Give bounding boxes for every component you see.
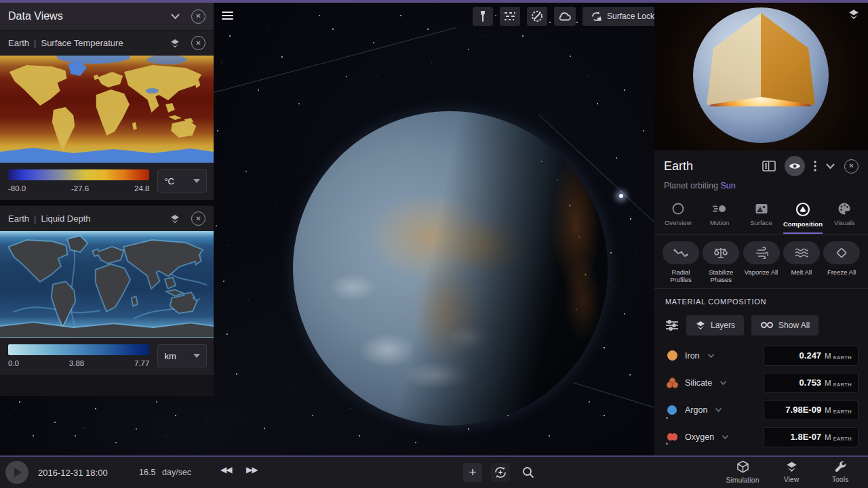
argon-icon	[665, 405, 679, 415]
oxygen-icon	[665, 433, 679, 441]
close-object-panel-button[interactable]: ✕	[844, 159, 859, 174]
data-views-title: Data Views	[8, 10, 170, 22]
add-object-button[interactable]: +	[463, 463, 482, 482]
layers-icon[interactable]	[170, 214, 180, 224]
earth-planet-3d[interactable]	[293, 111, 608, 426]
simulation-datetime[interactable]: 2016-12-31 18:00	[38, 468, 108, 478]
object-subtitle: Planet orbiting Sun	[654, 176, 868, 197]
liquid-depth-map	[0, 231, 214, 338]
play-icon	[14, 468, 22, 477]
iron-icon	[665, 350, 679, 361]
bottom-center-tools: +	[463, 463, 538, 482]
flashlight-icon	[477, 10, 488, 22]
layers-icon[interactable]	[170, 38, 180, 49]
properties-panel-button[interactable]	[762, 161, 776, 171]
simulation-menu-button[interactable]: Simulation	[722, 460, 764, 484]
layers-icon	[785, 460, 798, 473]
material-row-iron: Iron 0.247 MEARTH	[665, 342, 859, 369]
window-accent-stripe	[0, 0, 868, 3]
trails-tool-button[interactable]	[500, 7, 520, 26]
scale-balance-icon	[714, 247, 728, 259]
tab-surface[interactable]: Surface	[741, 198, 782, 234]
surface-lock-button[interactable]: Surface Lock	[583, 7, 663, 26]
parent-body-link[interactable]: Sun	[720, 181, 735, 190]
filter-sliders-button[interactable]	[665, 319, 679, 331]
search-icon	[522, 466, 534, 479]
vaporize-all-button[interactable]: Vaporize All	[742, 241, 781, 284]
melt-all-button[interactable]: Melt All	[782, 241, 821, 284]
chevron-down-icon[interactable]	[170, 13, 180, 20]
surface-temperature-view-header: Earth|Surface Temperature ✕	[0, 30, 214, 56]
reset-view-button[interactable]	[491, 463, 510, 482]
scale-min: 0.0	[8, 359, 19, 367]
scale-max: 24.8	[134, 184, 149, 192]
object-title: Earth	[664, 159, 753, 174]
overview-icon	[671, 202, 685, 216]
layers-icon	[695, 320, 706, 331]
planet-interior-view[interactable]	[654, 3, 868, 150]
scale-mid: -27.6	[71, 184, 89, 192]
temperature-gradient-bar	[8, 169, 149, 180]
infinity-icon	[760, 321, 774, 329]
trails-icon	[504, 11, 516, 22]
time-speed-value[interactable]: 16.5	[139, 468, 155, 477]
hamburger-menu-icon[interactable]	[222, 12, 233, 20]
visibility-button[interactable]	[785, 156, 805, 176]
temperature-scale: -80.0 -27.6 24.8 °C	[0, 163, 214, 200]
iron-mass-field[interactable]: 0.247 MEARTH	[764, 346, 859, 366]
search-button[interactable]	[519, 463, 538, 482]
composition-actions: Radial Profiles Stabilize Phases Vaporiz…	[654, 235, 868, 289]
viewport-toolbar: Surface Lock	[473, 7, 663, 26]
depth-unit-dropdown[interactable]: km	[157, 344, 207, 367]
view-title: Earth|Surface Temperature	[8, 38, 170, 48]
temperature-unit-dropdown[interactable]: °C	[157, 169, 207, 192]
chevron-down-icon[interactable]	[825, 163, 835, 169]
interior-layers-button[interactable]	[848, 8, 860, 20]
show-all-button[interactable]: Show All	[751, 315, 818, 336]
eye-icon	[789, 162, 801, 170]
orbit-overlay-tool-button[interactable]	[527, 7, 547, 26]
time-control-bar: 2016-12-31 18:00 16.5 day/sec ◀◀ ▶▶ + Si…	[0, 455, 868, 488]
oxygen-mass-field[interactable]: 1.8E-07 MEARTH	[764, 427, 859, 447]
chevron-down-icon[interactable]	[719, 380, 727, 386]
close-view-button[interactable]: ✕	[191, 36, 205, 50]
vapor-icon	[755, 247, 768, 259]
radial-profiles-icon	[673, 247, 688, 258]
tab-composition[interactable]: Composition	[782, 198, 823, 234]
panel-divider	[0, 200, 214, 205]
silicate-mass-field[interactable]: 0.753 MEARTH	[764, 373, 859, 393]
close-view-button[interactable]: ✕	[191, 211, 205, 226]
layers-toggle-button[interactable]: Layers	[686, 315, 744, 336]
tab-visuals[interactable]: Visuals	[824, 198, 865, 234]
silicate-icon	[665, 377, 679, 389]
sliders-icon	[665, 319, 679, 331]
clouds-tool-button[interactable]	[554, 7, 576, 26]
surface-lock-icon	[591, 11, 602, 22]
view-menu-button[interactable]: View	[770, 460, 812, 484]
chevron-down-icon[interactable]	[722, 434, 729, 440]
tools-menu-button[interactable]: Tools	[819, 460, 861, 484]
decrease-speed-button[interactable]: ◀◀	[220, 465, 231, 474]
liquid-depth-view-header: Earth|Liquid Depth ✕	[0, 205, 214, 231]
chevron-down-icon[interactable]	[715, 407, 722, 413]
tab-motion[interactable]: Motion	[698, 198, 740, 234]
chevron-down-icon[interactable]	[707, 353, 715, 359]
increase-speed-button[interactable]: ▶▶	[246, 465, 257, 474]
time-speed-unit: day/sec	[162, 468, 191, 477]
kebab-menu-icon[interactable]	[814, 161, 816, 171]
caret-down-icon	[193, 354, 200, 358]
dashed-circle-slash-icon	[531, 10, 543, 22]
stabilize-phases-button[interactable]: Stabilize Phases	[701, 241, 741, 284]
argon-mass-field[interactable]: 7.98E-09 MEARTH	[764, 400, 859, 420]
flashlight-tool-button[interactable]	[473, 7, 493, 26]
play-button[interactable]	[5, 461, 28, 484]
bottom-right-menus: Simulation View Tools	[722, 460, 861, 484]
radial-profiles-button[interactable]: Radial Profiles	[661, 241, 701, 284]
surface-lock-label: Surface Lock	[607, 12, 654, 21]
freeze-all-button[interactable]: Freeze All	[822, 241, 861, 284]
cube-icon	[736, 460, 749, 474]
tab-overview[interactable]: Overview	[657, 198, 698, 234]
surface-icon	[755, 202, 768, 216]
scale-max: 7.77	[134, 359, 149, 367]
close-data-views-button[interactable]: ✕	[191, 9, 205, 24]
